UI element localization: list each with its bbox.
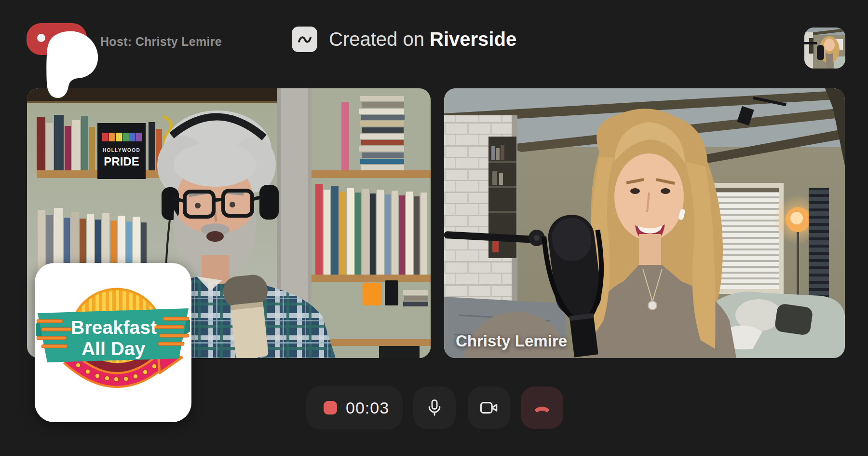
camera-toggle-button[interactable] <box>468 387 510 429</box>
orange-cup <box>363 283 382 305</box>
timer-text: 00:03 <box>346 399 389 417</box>
riverside-wave-icon <box>292 27 317 52</box>
book-cover-hollywood-pride: HOLLYWOOD PRIDE <box>97 123 146 179</box>
hang-up-button[interactable] <box>521 387 563 429</box>
video-camera-icon <box>479 398 499 418</box>
created-prefix: Created on <box>329 28 430 50</box>
self-view-thumbnail[interactable] <box>804 28 845 69</box>
logo-line2: All Day <box>81 338 146 359</box>
headphone-earcup <box>259 185 279 220</box>
video-tile-host: Christy Lemire <box>444 88 845 358</box>
book-tower <box>809 188 829 303</box>
participant-name-label: Christy Lemire <box>456 332 567 350</box>
bookshelf-right <box>312 88 431 358</box>
host-label: Host: Christy Lemire <box>100 35 222 49</box>
riverside-recording-screen: HOLLYWOOD PRIDE <box>0 0 868 456</box>
pendant <box>648 301 657 310</box>
created-on-text: Created on Riverside <box>329 28 516 50</box>
patreon-logo-icon <box>37 30 100 99</box>
host-video-scene <box>444 88 845 358</box>
breakfast-all-day-logo: Breakfast All Day <box>35 263 191 422</box>
svg-text:PRIDE: PRIDE <box>104 155 139 168</box>
microphone-icon <box>425 398 444 417</box>
black-glass <box>385 280 398 305</box>
svg-text:HOLLYWOOD: HOLLYWOOD <box>103 148 141 153</box>
recording-timer[interactable]: 00:03 <box>306 386 403 429</box>
record-square-icon <box>324 401 337 415</box>
logo-line1: Breakfast <box>71 317 157 338</box>
brand-name: Riverside <box>430 28 516 50</box>
mute-mic-button[interactable] <box>413 387 456 429</box>
hang-up-phone-icon <box>531 397 553 418</box>
created-on-riverside: Created on Riverside <box>292 27 516 52</box>
